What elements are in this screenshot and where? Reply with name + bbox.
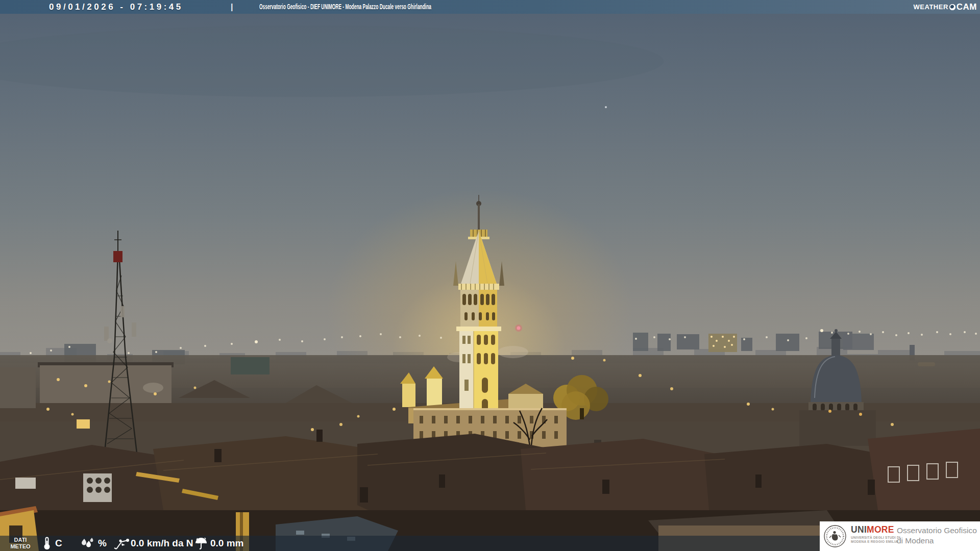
cam-text: CAM bbox=[957, 2, 977, 12]
red-beacon-light bbox=[515, 324, 522, 332]
separator: | bbox=[231, 0, 233, 14]
rain-value: 0.0 mm bbox=[210, 536, 243, 551]
humidity-icon bbox=[80, 537, 94, 550]
humidity-unit: % bbox=[98, 536, 107, 551]
dati-meteo-badge: DATI METEO bbox=[3, 537, 38, 550]
timestamp-text: 09/01/2026 - 07:19:45 bbox=[49, 0, 183, 14]
topbar: 09/01/2026 - 07:19:45 | Osservatorio Geo… bbox=[0, 0, 980, 14]
temperature-unit: C bbox=[55, 536, 62, 551]
unimore-uni: UNI bbox=[851, 524, 867, 535]
sky-light-dot bbox=[605, 106, 607, 108]
weathercam-dot-icon bbox=[949, 4, 955, 10]
unimore-seal-icon bbox=[823, 524, 847, 548]
mast-beacon bbox=[113, 251, 122, 262]
webcam-viewer: 09/01/2026 - 07:19:45 | Osservatorio Geo… bbox=[0, 0, 980, 551]
university-name: UNIVERSITÀ DEGLI STUDI DI MODENA E REGGI… bbox=[851, 536, 900, 544]
unimore-more: MORE bbox=[867, 524, 894, 535]
weather-text: WEATHER bbox=[914, 3, 948, 11]
unimore-wordmark: UNIMORE UNIVERSITÀ DEGLI STUDI DI MODENA… bbox=[851, 525, 900, 544]
unimore-brand-box: UNIMORE UNIVERSITÀ DEGLI STUDI DI MODENA… bbox=[820, 521, 980, 551]
webcam-photo bbox=[0, 0, 980, 551]
weathercam-logo: WEATHER CAM bbox=[914, 1, 977, 13]
observatory-name: Osservatorio Geofisico di Modena bbox=[897, 525, 977, 546]
wind-icon bbox=[113, 537, 130, 550]
rain-icon bbox=[194, 537, 208, 550]
camera-title: Osservatorio Geofisico - DIEF UNIMORE - … bbox=[259, 0, 431, 14]
wind-value: 0.0 km/h da N bbox=[131, 536, 193, 551]
